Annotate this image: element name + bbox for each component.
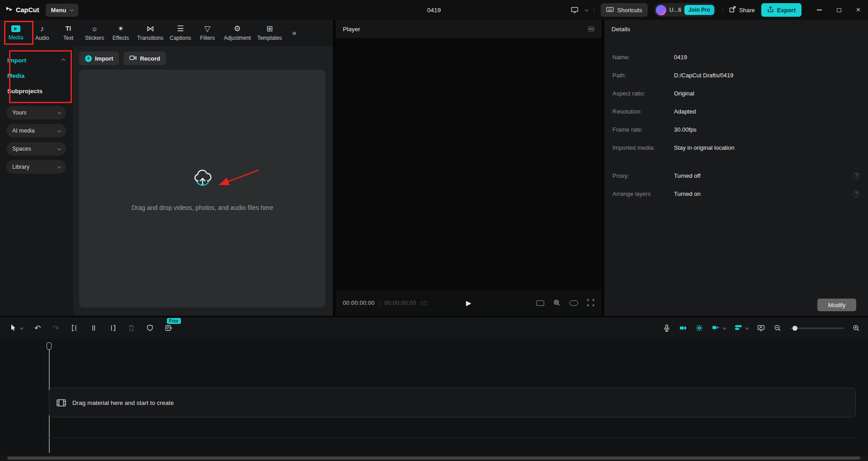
- close-icon: ×: [856, 5, 861, 14]
- zoom-fit-icon[interactable]: [553, 299, 560, 308]
- canvas-ratio-icon[interactable]: [536, 300, 544, 306]
- frame-preview-icon[interactable]: [421, 301, 427, 305]
- sidebar-group-spaces[interactable]: Spaces: [6, 142, 66, 156]
- player-menu-icon[interactable]: [588, 27, 594, 32]
- display-layout-icon[interactable]: [571, 6, 579, 14]
- media-tab-icon: ▶: [11, 25, 20, 32]
- tab-transitions[interactable]: ⋈ Transitions: [134, 20, 166, 46]
- tab-text[interactable]: TI Text: [55, 20, 81, 46]
- scrollbar-thumb[interactable]: [7, 456, 860, 460]
- cursor-icon: [10, 324, 17, 333]
- timeline-zoom-slider[interactable]: [790, 328, 844, 329]
- chevron-down-icon: [722, 326, 726, 329]
- sidebar-item-subprojects[interactable]: Subprojects: [0, 83, 72, 99]
- redo-icon[interactable]: ↷: [52, 324, 59, 332]
- select-tool-button[interactable]: [10, 324, 23, 333]
- timeline-toolbar: ↶ ↷ Free: [0, 317, 868, 339]
- media-sidebar: Import Media Subprojects Yours AI media: [0, 46, 72, 316]
- split-right-icon[interactable]: [109, 324, 116, 332]
- text-tab-icon: TI: [66, 25, 71, 33]
- zoom-slider-thumb[interactable]: [792, 326, 797, 331]
- keyboard-icon: [606, 6, 614, 14]
- split-icon[interactable]: [90, 324, 97, 332]
- media-track-icon: [57, 399, 66, 407]
- avatar[interactable]: [656, 5, 666, 15]
- detail-row-proxy: Proxy: Turned off ?: [604, 166, 868, 185]
- filters-tab-icon: ▽: [204, 25, 210, 33]
- player-viewport[interactable]: [336, 38, 602, 290]
- sidebar-item-import[interactable]: Import: [0, 52, 72, 68]
- minimize-button[interactable]: [810, 0, 829, 20]
- tab-effects[interactable]: ✴ Effects: [108, 20, 134, 46]
- tab-captions[interactable]: ☰ Captions: [166, 20, 194, 46]
- sidebar-item-media[interactable]: Media: [0, 68, 72, 83]
- capcut-window: CapCut Menu 0419 Shortcuts U...6: [0, 0, 868, 461]
- chevron-down-icon: [58, 165, 61, 168]
- timeline-scrollbar[interactable]: [0, 455, 868, 461]
- tab-stickers[interactable]: ☼ Stickers: [81, 20, 108, 46]
- sidebar-group-library[interactable]: Library: [6, 160, 66, 174]
- detail-label: Imported media:: [612, 144, 674, 151]
- link-clips-button[interactable]: [712, 324, 726, 333]
- group-label: Yours: [12, 109, 27, 116]
- timeline-dropzone[interactable]: Drag material here and start to create: [49, 388, 856, 418]
- free-badge: Free: [167, 318, 181, 324]
- record-button[interactable]: Record: [123, 52, 166, 65]
- detail-row-aspect-ratio: Aspect ratio: Original: [604, 84, 868, 102]
- detail-value: D:/CapCut Drafts/0419: [674, 72, 734, 79]
- detail-row-arrange-layers: Arrange layers Turned on ?: [604, 185, 868, 203]
- dropzone-hint: Drag and drop videos, photos, and audio …: [132, 204, 274, 211]
- track-options-icon: [735, 324, 742, 333]
- close-button[interactable]: ×: [849, 0, 868, 20]
- tab-label: Effects: [113, 35, 129, 41]
- auto-snap-icon[interactable]: [696, 324, 703, 332]
- shortcuts-button[interactable]: Shortcuts: [601, 3, 648, 17]
- voiceover-mic-icon[interactable]: [663, 324, 670, 332]
- zoom-in-icon[interactable]: [853, 324, 860, 332]
- tab-adjustment[interactable]: ⚙ Adjustment: [221, 20, 254, 46]
- layout-chevron-icon[interactable]: [584, 8, 588, 11]
- detail-value: Turned off: [674, 172, 701, 179]
- sidebar-item-label: Media: [7, 72, 24, 79]
- detail-value: Original: [674, 90, 694, 97]
- adjustment-tab-icon: ⚙: [234, 25, 241, 33]
- more-tabs-button[interactable]: »: [285, 20, 303, 46]
- timeline[interactable]: Drag material here and start to create: [0, 339, 868, 461]
- mask-icon[interactable]: [147, 324, 153, 332]
- playhead-handle[interactable]: [47, 342, 52, 350]
- tab-audio[interactable]: ♪ Audio: [29, 20, 55, 46]
- render-preview-icon[interactable]: [757, 324, 765, 332]
- delete-icon[interactable]: [128, 324, 135, 332]
- fullscreen-icon[interactable]: [587, 299, 594, 308]
- track-options-button[interactable]: [735, 324, 748, 333]
- modify-button[interactable]: Modify: [817, 299, 856, 311]
- help-icon[interactable]: ?: [853, 172, 860, 179]
- text-to-speech-button[interactable]: Free: [165, 324, 173, 332]
- asset-panel: ▶ Media ♪ Audio TI Text ☼ Stickers ✴ Eff…: [0, 20, 333, 316]
- split-left-icon[interactable]: [71, 324, 78, 332]
- tab-filters[interactable]: ▽ Filters: [194, 20, 221, 46]
- main-track-magnet-icon[interactable]: [679, 324, 687, 332]
- zoom-out-icon[interactable]: [774, 324, 781, 332]
- sidebar-group-ai-media[interactable]: AI media: [6, 124, 66, 138]
- share-button[interactable]: Share: [729, 6, 755, 14]
- chevron-down-icon: [19, 326, 23, 329]
- undo-icon[interactable]: ↶: [34, 324, 41, 332]
- resolution-icon[interactable]: [569, 300, 578, 306]
- sidebar-group-yours[interactable]: Yours: [6, 106, 66, 119]
- maximize-icon: [837, 8, 841, 12]
- media-dropzone[interactable]: Drag and drop videos, photos, and audio …: [79, 70, 326, 308]
- import-button[interactable]: + Import: [79, 52, 119, 65]
- detail-value: 0419: [674, 54, 687, 61]
- help-icon[interactable]: ?: [853, 190, 860, 197]
- account-pill[interactable]: U...6 Join Pro: [654, 3, 716, 17]
- tab-templates[interactable]: ⊞ Templates: [254, 20, 285, 46]
- maximize-button[interactable]: [829, 0, 849, 20]
- effects-tab-icon: ✴: [118, 25, 124, 33]
- menu-button[interactable]: Menu: [46, 4, 78, 17]
- play-button[interactable]: ▶: [466, 299, 471, 307]
- join-pro-button[interactable]: Join Pro: [684, 5, 714, 15]
- tab-label: Transitions: [137, 35, 163, 41]
- export-button[interactable]: Export: [761, 3, 802, 17]
- tab-media[interactable]: ▶ Media: [3, 20, 29, 46]
